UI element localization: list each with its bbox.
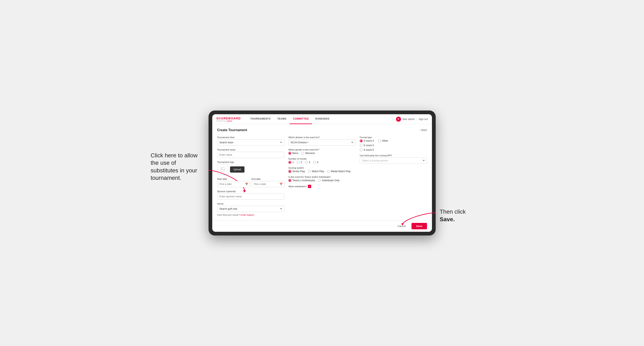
tournament-host-group: Tournament Host Search team — [217, 136, 284, 146]
venue-group: Venue Search golf club Can't find your v… — [217, 202, 284, 216]
stroke-play-radio[interactable] — [288, 170, 291, 173]
venue-help: Can't find your venue? email support — [217, 214, 284, 216]
end-date-wrapper: 📅 — [252, 181, 284, 187]
scoring-api-label: Use third-party live scoring API? — [360, 154, 427, 157]
nav-item-tournaments[interactable]: TOURNAMENTS — [247, 114, 274, 124]
nav-divider: | — [416, 118, 417, 121]
tournament-logo-group: Tournament logo Upload — [217, 161, 284, 175]
scoring-medal-match[interactable]: Medal Match Play — [327, 170, 350, 173]
form-layout: Tournament Host Search team Tournament n… — [217, 136, 427, 216]
logo-placeholder — [217, 164, 228, 175]
nav-bar: SCOREBOARD Powered by clippd TOURNAMENTS… — [212, 114, 432, 124]
rounds-4-radio[interactable] — [313, 161, 316, 164]
back-link[interactable]: ‹ Back — [420, 129, 427, 132]
format-6count5-radio[interactable] — [360, 149, 362, 151]
scoring-stroke-play[interactable]: Stroke Play — [288, 170, 305, 173]
tablet-screen: SCOREBOARD Powered by clippd TOURNAMENTS… — [212, 114, 432, 232]
scoring-api-select[interactable]: Select a scoring service Golfstat GolfGe… — [360, 158, 427, 164]
page-title: Create Tournament — [217, 128, 247, 132]
format-other-radio[interactable] — [378, 139, 381, 142]
format-6count4-radio[interactable] — [360, 144, 362, 147]
event-type-group: Is this event for Teams and/or Individua… — [288, 176, 356, 182]
tournament-name-label: Tournament name — [217, 149, 284, 151]
rounds-3[interactable]: 3 — [305, 161, 310, 164]
rounds-4[interactable]: 4 — [313, 161, 318, 164]
save-button[interactable]: Save — [412, 223, 427, 229]
end-date-input[interactable] — [252, 181, 284, 187]
rounds-1[interactable]: 1 — [288, 161, 294, 164]
gender-label: Which gender is the event for? — [288, 149, 356, 151]
form-col2: Which division is the event for? NCAA Di… — [288, 136, 356, 216]
rounds-1-radio[interactable] — [288, 161, 291, 164]
upload-button[interactable]: Upload — [230, 167, 244, 173]
scoring-system-label: Scoring system — [288, 167, 356, 169]
allow-substitutes-label: Allow substitutes? — [288, 185, 306, 188]
nav-item-teams[interactable]: TEAMS — [274, 114, 290, 124]
teams-radio[interactable] — [288, 179, 291, 182]
gender-womens[interactable]: Womens — [301, 152, 315, 155]
division-select[interactable]: NCAA Division I NCAA Division II NCAA Di… — [288, 139, 356, 146]
annotation-right: Then click Save. — [440, 208, 481, 223]
nav-item-rankings[interactable]: RANKINGS — [312, 114, 333, 124]
svg-rect-2 — [221, 168, 224, 171]
rounds-2[interactable]: 2 — [297, 161, 302, 164]
rounds-radio-group: 1 2 3 — [288, 161, 356, 164]
format-5count4-radio[interactable] — [360, 139, 362, 142]
gender-mens-radio[interactable] — [288, 152, 291, 155]
tournament-logo-label: Tournament logo — [217, 161, 284, 163]
tournament-name-input[interactable] — [217, 152, 284, 158]
form-col3: Format type 5 count 4 Other — [360, 136, 427, 216]
logo-main: SCOREBOARD — [216, 117, 241, 120]
start-date-input[interactable] — [217, 181, 250, 187]
format-type-group: Format type 5 count 4 Other — [360, 136, 427, 151]
nav-item-committee[interactable]: COMMITTEE — [290, 114, 312, 124]
scoring-system-radio-group: Stroke Play Match Play Medal Match Play — [288, 170, 356, 173]
individuals-radio[interactable] — [318, 179, 321, 182]
gender-group: Which gender is the event for? Mens Wome… — [288, 149, 356, 155]
rounds-3-radio[interactable] — [305, 161, 308, 164]
medal-match-radio[interactable] — [327, 170, 330, 173]
main-content: Create Tournament ‹ Back Tournament Host… — [212, 124, 432, 220]
event-teams[interactable]: Teams (+Individuals) — [288, 179, 315, 182]
format-6count5[interactable]: 6 count 5 — [360, 149, 427, 151]
sponsor-label: Sponsor (optional) — [217, 190, 284, 192]
scoring-match-play[interactable]: Match Play — [308, 170, 324, 173]
format-options: 5 count 4 Other 6 count 4 — [360, 139, 427, 151]
rounds-2-radio[interactable] — [297, 161, 300, 164]
tournament-host-select[interactable]: Search team — [217, 139, 284, 146]
end-date-label: End date — [252, 178, 284, 180]
scoring-system-group: Scoring system Stroke Play Match Play — [288, 167, 356, 173]
sign-out-link[interactable]: Sign out — [418, 118, 428, 121]
format-6count4[interactable]: 6 count 4 — [360, 144, 427, 147]
logo: SCOREBOARD Powered by clippd — [216, 117, 241, 122]
gender-mens[interactable]: Mens — [288, 152, 298, 155]
allow-substitutes-checkbox-group: Allow substitutes? ✓ — [288, 185, 356, 188]
sponsor-group: Sponsor (optional) — [217, 190, 284, 200]
date-row: Start date 📅 End date 📅 — [217, 178, 284, 187]
sponsor-input[interactable] — [217, 193, 284, 200]
page-header: Create Tournament ‹ Back — [217, 128, 427, 132]
format-other[interactable]: Other — [378, 139, 388, 142]
scoring-api-wrapper: Select a scoring service Golfstat GolfGe… — [360, 158, 427, 164]
gender-womens-radio[interactable] — [301, 152, 304, 155]
event-individuals[interactable]: Individuals Only — [318, 179, 340, 182]
form-col1: Tournament Host Search team Tournament n… — [217, 136, 284, 216]
event-type-radio-group: Teams (+Individuals) Individuals Only — [288, 179, 356, 182]
gender-radio-group: Mens Womens — [288, 152, 356, 155]
venue-label: Venue — [217, 202, 284, 205]
venue-select[interactable]: Search golf club — [217, 206, 284, 212]
start-date-label: Start date — [217, 178, 250, 180]
annotation-left: Click here to allow the use of substitut… — [151, 152, 202, 182]
end-date-group: End date 📅 — [252, 178, 284, 187]
format-5count4[interactable]: 5 count 4 — [360, 139, 374, 142]
nav-items: TOURNAMENTS TEAMS COMMITTEE RANKINGS — [247, 114, 396, 124]
tablet-device: SCOREBOARD Powered by clippd TOURNAMENTS… — [208, 111, 436, 235]
match-play-radio[interactable] — [308, 170, 311, 173]
tournament-name-group: Tournament name — [217, 149, 284, 158]
logo-sub: Powered by clippd — [216, 120, 241, 122]
allow-substitutes-checkbox[interactable]: ✓ — [308, 185, 311, 188]
email-support-link[interactable]: email support — [240, 214, 254, 216]
start-date-wrapper: 📅 — [217, 181, 250, 187]
rounds-label: Number of rounds — [288, 158, 356, 160]
cancel-button[interactable]: Cancel — [394, 223, 409, 229]
